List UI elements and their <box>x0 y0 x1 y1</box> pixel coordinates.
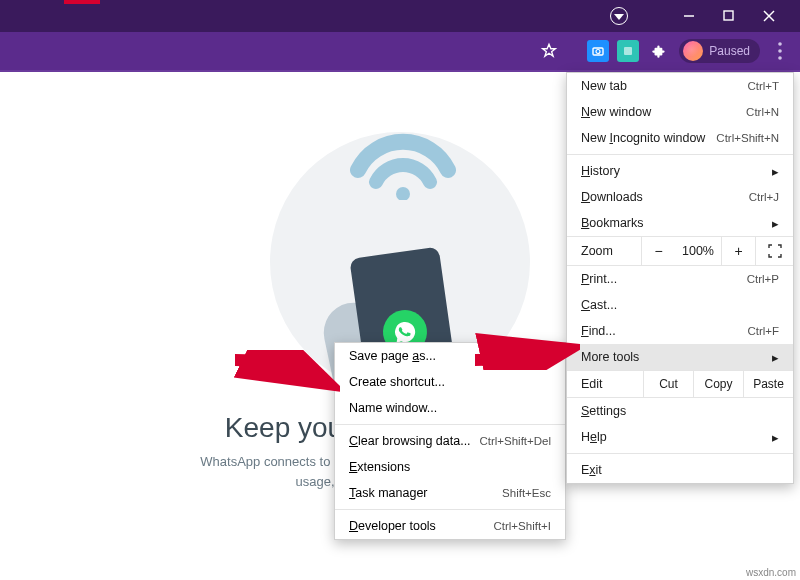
more-tools-submenu: Save page as... Ctrl+S Create shortcut..… <box>334 342 566 540</box>
chevron-right-icon: ▸ <box>772 164 779 179</box>
window-controls <box>658 5 800 27</box>
profile-pill[interactable]: Paused <box>679 39 760 63</box>
menu-separator <box>567 154 793 155</box>
extension-camera-icon[interactable] <box>587 40 609 62</box>
menu-settings[interactable]: Settings <box>567 398 793 424</box>
menu-edit: Edit Cut Copy Paste <box>567 370 793 398</box>
menu-find[interactable]: Find... Ctrl+F <box>567 318 793 344</box>
menu-separator <box>335 509 565 510</box>
avatar-icon <box>683 41 703 61</box>
menu-cast[interactable]: Cast... <box>567 292 793 318</box>
close-button[interactable] <box>758 5 780 27</box>
svg-point-11 <box>396 187 410 200</box>
menu-exit[interactable]: Exit <box>567 457 793 483</box>
menu-print[interactable]: Print... Ctrl+P <box>567 266 793 292</box>
menu-new-tab[interactable]: New tab Ctrl+T <box>567 73 793 99</box>
wifi-icon <box>348 120 458 200</box>
svg-rect-7 <box>624 47 632 55</box>
zoom-out-button[interactable]: − <box>641 237 675 265</box>
maximize-button[interactable] <box>718 5 740 27</box>
menu-history[interactable]: History ▸ <box>567 158 793 184</box>
svg-point-6 <box>596 50 600 54</box>
watermark: wsxdn.com <box>746 567 796 578</box>
menu-downloads[interactable]: Downloads Ctrl+J <box>567 184 793 210</box>
profile-state-label: Paused <box>709 44 750 58</box>
menu-separator <box>335 424 565 425</box>
profile-indicator[interactable] <box>610 7 628 25</box>
menu-bookmarks[interactable]: Bookmarks ▸ <box>567 210 793 236</box>
bookmark-star-icon[interactable] <box>537 39 561 63</box>
edit-paste-button[interactable]: Paste <box>743 371 793 397</box>
fullscreen-button[interactable] <box>755 237 793 265</box>
submenu-developer-tools[interactable]: Developer tools Ctrl+Shift+I <box>335 513 565 539</box>
browser-toolbar: Paused <box>0 32 800 72</box>
zoom-in-button[interactable]: + <box>721 237 755 265</box>
menu-help[interactable]: Help ▸ <box>567 424 793 450</box>
submenu-task-manager[interactable]: Task manager Shift+Esc <box>335 480 565 506</box>
submenu-extensions[interactable]: Extensions <box>335 454 565 480</box>
annotation-arrow-left <box>230 350 340 410</box>
extension-green-icon[interactable] <box>617 40 639 62</box>
chevron-right-icon: ▸ <box>772 430 779 445</box>
active-tab-accent <box>64 0 100 4</box>
zoom-value: 100% <box>675 244 721 258</box>
menu-new-window[interactable]: New window Ctrl+N <box>567 99 793 125</box>
edit-cut-button[interactable]: Cut <box>643 371 693 397</box>
chevron-right-icon: ▸ <box>772 216 779 231</box>
menu-new-incognito[interactable]: New Incognito window Ctrl+Shift+N <box>567 125 793 151</box>
annotation-arrow-right <box>470 310 580 370</box>
menu-more-tools[interactable]: More tools ▸ <box>567 344 793 370</box>
extensions-puzzle-icon[interactable] <box>647 39 671 63</box>
svg-point-8 <box>778 42 782 46</box>
chevron-right-icon: ▸ <box>772 350 779 365</box>
edit-copy-button[interactable]: Copy <box>693 371 743 397</box>
svg-point-9 <box>778 49 782 53</box>
menu-zoom: Zoom − 100% + <box>567 236 793 266</box>
submenu-clear-browsing[interactable]: Clear browsing data... Ctrl+Shift+Del <box>335 428 565 454</box>
svg-marker-0 <box>614 14 624 20</box>
minimize-button[interactable] <box>678 5 700 27</box>
title-bar <box>0 0 800 32</box>
svg-point-10 <box>778 56 782 60</box>
menu-dots-icon[interactable] <box>768 39 792 63</box>
main-menu: New tab Ctrl+T New window Ctrl+N New Inc… <box>566 72 794 484</box>
submenu-name-window[interactable]: Name window... <box>335 395 565 421</box>
submenu-create-shortcut[interactable]: Create shortcut... <box>335 369 565 395</box>
menu-separator <box>567 453 793 454</box>
svg-rect-2 <box>724 11 733 20</box>
